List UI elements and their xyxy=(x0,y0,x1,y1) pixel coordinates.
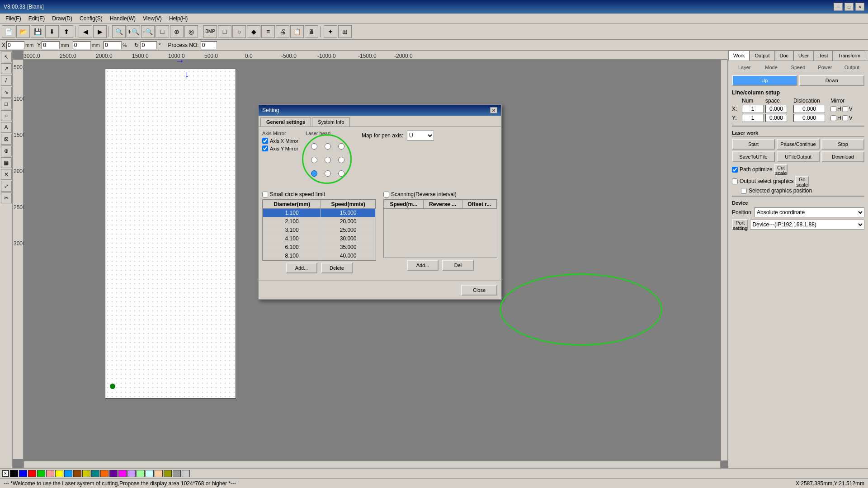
color-teal[interactable] xyxy=(91,470,99,477)
h-input[interactable] xyxy=(104,41,122,49)
pen-tool[interactable]: / xyxy=(1,75,12,86)
stop-button[interactable]: Stop xyxy=(821,139,864,150)
radio-0-0[interactable] xyxy=(311,143,317,150)
lcs-y-mirror-v[interactable] xyxy=(842,115,848,121)
effects2-button[interactable]: ⊞ xyxy=(338,25,352,38)
table-row[interactable]: 3.100 25.000 xyxy=(263,226,376,235)
start-button[interactable]: Start xyxy=(732,139,775,150)
zoom-select-button[interactable]: ◎ xyxy=(184,25,198,38)
tab-output[interactable]: Output xyxy=(750,51,774,61)
color-brown[interactable] xyxy=(73,470,81,477)
color-lightgreen[interactable] xyxy=(137,470,145,477)
fill-tool[interactable]: ⊠ xyxy=(1,134,12,145)
tab-test[interactable]: Test xyxy=(814,51,833,61)
color-gray[interactable] xyxy=(173,470,181,477)
pattern-tool[interactable]: ▦ xyxy=(1,157,12,168)
save-to-ufile-button[interactable]: SaveToUFile xyxy=(732,151,775,162)
table-row[interactable]: 8.100 40.000 xyxy=(263,252,376,260)
axis-x-mirror-checkbox[interactable] xyxy=(262,138,268,144)
x-input[interactable] xyxy=(6,41,24,49)
down-button[interactable]: Down xyxy=(799,75,865,86)
speed-table-container[interactable]: Diameter(mm) Speed(mm/s) 1.100 15.000 xyxy=(262,199,376,261)
ellipse-tool[interactable]: ○ xyxy=(1,110,12,121)
up-button[interactable]: Up xyxy=(732,75,797,86)
color-pink[interactable] xyxy=(46,470,54,477)
color-lightcyan[interactable] xyxy=(146,470,154,477)
pause-continue-button[interactable]: Pause/Continue xyxy=(777,139,820,150)
radio-0-1[interactable] xyxy=(325,143,331,150)
color-olive[interactable] xyxy=(82,470,90,477)
text-tool[interactable]: A xyxy=(1,122,12,133)
selected-graphics-checkbox[interactable] xyxy=(741,188,747,194)
map-pen-select[interactable]: U xyxy=(407,131,434,141)
circle-button[interactable]: ○ xyxy=(232,25,246,38)
scrollbar-horizontal[interactable] xyxy=(24,461,721,468)
lcs-x-mirror-v[interactable] xyxy=(842,106,848,112)
color-blue[interactable] xyxy=(19,470,27,477)
y-input[interactable] xyxy=(42,41,60,49)
color-magenta[interactable] xyxy=(118,470,127,477)
color-green[interactable] xyxy=(37,470,45,477)
lcs-y-disloc-input[interactable] xyxy=(793,114,825,122)
close-dialog-button[interactable]: Close xyxy=(461,285,497,296)
speed-delete-button[interactable]: Delete xyxy=(321,263,353,273)
color-red[interactable] xyxy=(28,470,36,477)
color-purple[interactable] xyxy=(109,470,118,477)
align-button[interactable]: ≡ xyxy=(261,25,275,38)
new-button[interactable]: 📄 xyxy=(2,25,15,38)
bezier-tool[interactable]: ∿ xyxy=(1,87,12,98)
cut-scale-button[interactable]: Cut scale xyxy=(774,164,788,175)
lcs-y-space-input[interactable] xyxy=(765,114,787,122)
redo-button[interactable]: ▶ xyxy=(93,25,107,38)
minimize-button[interactable]: ─ xyxy=(834,3,843,11)
radio-2-1[interactable] xyxy=(325,170,331,177)
dialog-close-button[interactable]: ✕ xyxy=(490,107,497,113)
node-button[interactable]: ◆ xyxy=(247,25,260,38)
effects1-button[interactable]: ✦ xyxy=(324,25,337,38)
process-no-input[interactable] xyxy=(201,41,217,49)
table-row[interactable]: 4.100 30.000 xyxy=(263,235,376,243)
menu-view[interactable]: View(V) xyxy=(139,14,165,23)
color-lavender[interactable] xyxy=(127,470,136,477)
axis-y-mirror-checkbox[interactable] xyxy=(262,145,268,151)
rotation-input[interactable] xyxy=(141,41,157,49)
w-input[interactable] xyxy=(73,41,91,49)
lcs-y-num-input[interactable] xyxy=(742,114,764,122)
rect-tool[interactable]: □ xyxy=(1,99,12,109)
radio-2-2[interactable] xyxy=(338,170,344,177)
color-orange[interactable] xyxy=(100,470,108,477)
open-button[interactable]: 📂 xyxy=(16,25,30,38)
preview-button[interactable]: 📋 xyxy=(290,25,304,38)
crop-tool[interactable]: ✂ xyxy=(1,192,12,203)
menu-handle[interactable]: Handle(W) xyxy=(106,14,139,23)
table-row[interactable]: 6.100 35.000 xyxy=(263,243,376,252)
output-select-checkbox[interactable] xyxy=(732,178,738,184)
table-row[interactable]: 2.100 20.000 xyxy=(263,217,376,226)
close-button[interactable]: × xyxy=(855,3,864,11)
device-select[interactable]: Device---(IP:192.168.1.88) xyxy=(750,220,864,230)
zoom-all-button[interactable]: ⊕ xyxy=(170,25,184,38)
rect-button[interactable]: □ xyxy=(218,25,231,38)
measure-tool[interactable]: ⊕ xyxy=(1,145,12,156)
small-circle-checkbox[interactable] xyxy=(262,192,268,197)
menu-file[interactable]: File(F) xyxy=(2,14,25,23)
menu-help[interactable]: Help(H) xyxy=(165,14,191,23)
lcs-x-num-input[interactable] xyxy=(742,105,764,113)
go-scale-button[interactable]: Go scale xyxy=(795,176,809,187)
scan-del-button[interactable]: Del xyxy=(442,260,474,271)
maximize-button[interactable]: □ xyxy=(844,3,854,11)
radio-2-0[interactable] xyxy=(311,170,317,177)
import-button[interactable]: ⬇ xyxy=(45,25,59,38)
position-select[interactable]: Absolute coordinate xyxy=(755,207,864,217)
work-area[interactable]: → ↓ xyxy=(105,69,236,399)
download-button[interactable]: Download xyxy=(821,151,864,162)
display-button[interactable]: 🖥 xyxy=(305,25,318,38)
undo-button[interactable]: ◀ xyxy=(79,25,92,38)
color-black[interactable] xyxy=(10,470,18,477)
tab-user[interactable]: User xyxy=(793,51,814,61)
radio-1-2[interactable] xyxy=(338,157,344,163)
table-row[interactable]: 1.100 15.000 xyxy=(263,209,376,217)
scan-add-button[interactable]: Add... xyxy=(407,260,439,271)
radio-1-0[interactable] xyxy=(311,157,317,163)
color-cyan[interactable] xyxy=(64,470,72,477)
